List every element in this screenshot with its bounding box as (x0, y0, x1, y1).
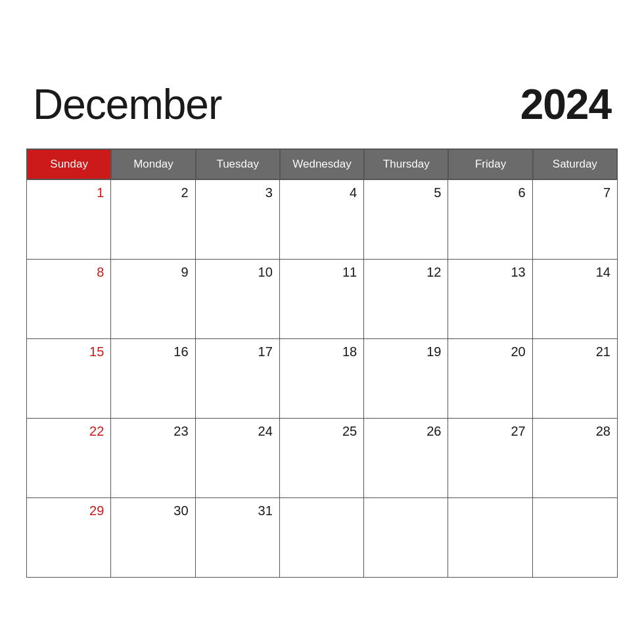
day-cell (364, 498, 448, 577)
day-number: 14 (596, 265, 610, 280)
calendar-header: December 2024 (26, 67, 618, 149)
day-cell: 2 (111, 180, 195, 259)
day-cell: 8 (27, 260, 111, 338)
week-row-4: 22232425262728 (27, 418, 617, 497)
day-number: 27 (511, 424, 525, 439)
day-number: 2 (181, 185, 188, 200)
day-cell (280, 498, 364, 577)
day-number: 28 (596, 424, 610, 439)
day-number: 3 (265, 185, 273, 200)
day-number: 22 (89, 424, 104, 439)
day-number: 15 (89, 344, 104, 359)
day-number: 24 (258, 424, 273, 439)
day-number: 13 (511, 265, 525, 280)
day-header-friday: Friday (448, 149, 532, 179)
day-header-saturday: Saturday (533, 149, 617, 179)
day-header-monday: Monday (111, 149, 195, 179)
week-row-5: 293031 (27, 497, 617, 577)
day-cell (533, 498, 617, 577)
day-number: 6 (518, 185, 526, 200)
day-number: 8 (97, 265, 104, 280)
day-cell: 18 (280, 339, 364, 418)
day-number: 23 (173, 424, 188, 439)
day-number: 30 (173, 503, 188, 518)
week-row-3: 15161718192021 (27, 338, 617, 418)
month-title: December (33, 80, 221, 129)
day-cell: 9 (111, 260, 195, 338)
day-cell: 24 (196, 419, 280, 497)
day-number: 26 (426, 424, 441, 439)
day-cell: 12 (364, 260, 448, 338)
day-cell: 19 (364, 339, 448, 418)
day-cell: 31 (196, 498, 280, 577)
day-header-sunday: Sunday (27, 149, 111, 179)
day-number: 20 (511, 344, 525, 359)
day-number: 21 (596, 344, 610, 359)
day-number: 1 (97, 185, 104, 200)
day-number: 7 (603, 185, 610, 200)
day-number: 29 (89, 503, 104, 518)
weeks-grid: 1234567891011121314151617181920212223242… (27, 179, 617, 577)
day-number: 9 (181, 265, 188, 280)
day-cell: 27 (448, 419, 532, 497)
day-cell: 14 (533, 260, 617, 338)
day-headers-row: SundayMondayTuesdayWednesdayThursdayFrid… (27, 149, 617, 179)
day-number: 5 (434, 185, 441, 200)
day-cell: 20 (448, 339, 532, 418)
day-number: 11 (342, 265, 357, 280)
day-header-wednesday: Wednesday (280, 149, 364, 179)
week-row-1: 1234567 (27, 179, 617, 259)
day-cell: 15 (27, 339, 111, 418)
day-cell: 7 (533, 180, 617, 259)
calendar-container: December 2024 SundayMondayTuesdayWednesd… (26, 67, 618, 578)
day-cell: 23 (111, 419, 195, 497)
day-cell: 17 (196, 339, 280, 418)
day-cell: 5 (364, 180, 448, 259)
day-cell: 1 (27, 180, 111, 259)
day-cell: 16 (111, 339, 195, 418)
day-cell: 3 (196, 180, 280, 259)
day-number: 17 (258, 344, 273, 359)
day-number: 19 (426, 344, 441, 359)
day-cell: 13 (448, 260, 532, 338)
day-cell: 11 (280, 260, 364, 338)
day-cell: 21 (533, 339, 617, 418)
day-cell: 26 (364, 419, 448, 497)
day-cell: 29 (27, 498, 111, 577)
day-number: 25 (342, 424, 357, 439)
day-number: 12 (426, 265, 441, 280)
calendar-grid: SundayMondayTuesdayWednesdayThursdayFrid… (26, 149, 618, 578)
day-cell (448, 498, 532, 577)
day-cell: 28 (533, 419, 617, 497)
day-cell: 22 (27, 419, 111, 497)
year-title: 2024 (520, 80, 611, 129)
day-header-thursday: Thursday (364, 149, 448, 179)
week-row-2: 891011121314 (27, 259, 617, 338)
day-number: 10 (258, 265, 273, 280)
day-cell: 4 (280, 180, 364, 259)
day-number: 31 (258, 503, 273, 518)
day-number: 18 (342, 344, 357, 359)
day-cell: 25 (280, 419, 364, 497)
day-number: 4 (350, 185, 357, 200)
day-cell: 30 (111, 498, 195, 577)
day-cell: 10 (196, 260, 280, 338)
day-header-tuesday: Tuesday (196, 149, 280, 179)
day-cell: 6 (448, 180, 532, 259)
day-number: 16 (173, 344, 188, 359)
